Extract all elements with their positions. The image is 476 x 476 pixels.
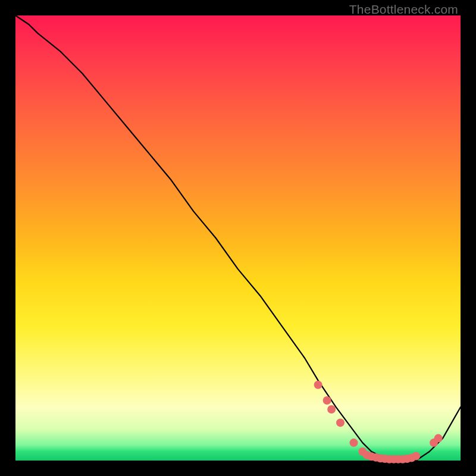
highlight-dots	[314, 381, 443, 464]
highlight-dot	[314, 381, 322, 389]
curve-layer	[15, 15, 461, 461]
highlight-dot	[434, 434, 443, 443]
bottleneck-curve	[15, 15, 461, 461]
highlight-dot	[412, 452, 420, 461]
attribution-label: TheBottleneck.com	[349, 2, 458, 17]
plot-area	[15, 15, 461, 461]
highlight-dot	[336, 418, 345, 427]
highlight-dot	[350, 439, 358, 447]
highlight-dot	[323, 396, 331, 405]
chart-stage: TheBottleneck.com	[0, 0, 476, 476]
highlight-dot	[327, 405, 336, 414]
